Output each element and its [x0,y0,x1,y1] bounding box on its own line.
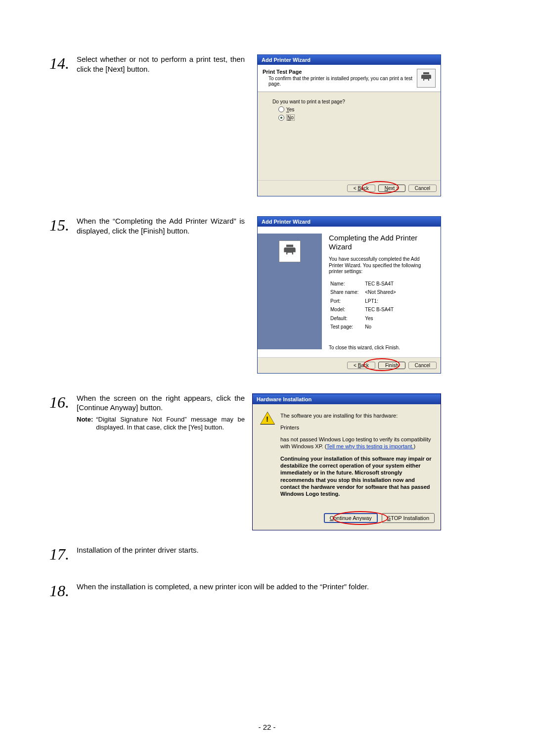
step-text-col: When the “Completing the Add Printer Wiz… [77,216,252,238]
step-16-image: Hardware Installation ! The software you… [252,393,441,531]
hw-footer: Continue Anyway STOP Installation [253,510,441,530]
logo-testing-link[interactable]: Tell me why this testing is important. [326,443,413,449]
step-number: 14. [49,54,77,71]
wizard-title: Add Printer Wizard [258,217,441,227]
hardware-installation-dialog: Hardware Installation ! The software you… [252,393,441,531]
complete-title: Completing the Add Printer Wizard [329,234,431,251]
printer-settings-table: Name:TEC B-SA4T Share name:<Not Shared> … [329,279,398,332]
step-text-col: Select whether or not to perform a print… [77,54,252,77]
step-number: 18. [49,582,77,599]
step-14: 14. Select whether or not to perform a p… [49,54,485,196]
step-number: 17. [49,545,77,562]
radio-icon [278,115,284,121]
wizard-question: Do you want to print a test page? [272,99,426,104]
wizard-body: Completing the Add Printer Wizard You ha… [258,227,441,357]
page: 14. Select whether or not to perform a p… [0,0,534,756]
printer-icon-box [417,69,436,88]
wizard-title: Add Printer Wizard [258,55,441,65]
step-16: 16. When the screen on the right appears… [49,393,485,531]
step-15-image: Add Printer Wizard Completing the Add Pr… [252,216,441,374]
label-test: Test page: [330,323,363,331]
step-text-col: When the screen on the right appears, cl… [77,393,252,432]
step-17-text: Installation of the printer driver start… [77,545,477,555]
step-17: 17. Installation of the printer driver s… [49,545,485,562]
step-15: 15. When the “Completing the Add Printer… [49,216,485,374]
step-number: 16. [49,393,77,410]
next-button[interactable]: Next > [378,185,405,192]
step-14-text: Select whether or not to perform a print… [77,54,245,74]
value-test: No [364,323,396,331]
back-button[interactable]: < Back [347,362,375,369]
value-default: Yes [364,315,396,323]
step-18: 18. When the installation is completed, … [49,582,485,599]
printer-icon [420,71,432,86]
hw-line3: has not passed Windows Logo testing to v… [280,436,433,450]
radio-icon [278,106,284,112]
label-port: Port: [330,297,363,305]
radio-yes[interactable]: Yes [278,106,426,112]
page-number: - 22 - [0,723,534,731]
complete-sub: You have successfully completed the Add … [329,256,431,275]
step-number: 15. [49,216,77,233]
finish-button[interactable]: Finish [378,362,405,369]
step-text-col: Installation of the printer driver start… [77,545,485,558]
wizard-complete-content: Completing the Add Printer Wizard You ha… [322,234,436,350]
value-model: TEC B-SA4T [364,306,396,314]
wizard-header-title: Print Test Page [263,69,417,75]
radio-no[interactable]: No [278,114,426,121]
step-16-note: Note: “Digital Signature Not Found” mess… [77,416,245,432]
warning-icon: ! [261,412,274,424]
hw-title: Hardware Installation [253,394,441,404]
label-name: Name: [330,280,363,288]
hw-line2: Printers [280,424,433,431]
cancel-button[interactable]: Cancel [408,185,437,192]
close-text: To close this wizard, click Finish. [329,345,431,350]
step-16-text: When the screen on the right appears, cl… [77,393,245,413]
step-text-col: When the installation is completed, a ne… [77,582,485,595]
note-label: Note: [77,416,93,432]
wizard-header-sub: To confirm that the printer is installed… [268,76,417,87]
back-button[interactable]: < Back [347,185,375,192]
wizard-footer: < Back Finish Cancel [258,357,441,373]
wizard-header: Print Test Page To confirm that the prin… [258,65,441,92]
hw-body: ! The software you are installing for th… [253,404,441,511]
wizard-complete: Add Printer Wizard Completing the Add Pr… [257,216,441,374]
wizard-sidebar [258,234,322,349]
step-14-image: Add Printer Wizard Print Test Page To co… [252,54,441,196]
hw-line1: The software you are installing for this… [280,412,433,419]
wizard-footer: < Back Next > Cancel [258,180,441,196]
step-18-text: When the installation is completed, a ne… [77,582,477,592]
wizard-body: Do you want to print a test page? Yes No [258,92,441,180]
label-default: Default: [330,315,363,323]
printer-icon [283,243,297,260]
label-share: Share name: [330,288,363,296]
value-name: TEC B-SA4T [364,280,396,288]
printer-icon-box [279,240,301,262]
step-15-text: When the “Completing the Add Printer Wiz… [77,216,245,236]
wizard-print-test: Add Printer Wizard Print Test Page To co… [257,54,441,196]
stop-installation-button[interactable]: STOP Installation [382,513,435,523]
note-text: “Digital Signature Not Found” message ma… [96,416,245,432]
hw-text: The software you are installing for this… [280,412,433,503]
value-port: LPT1: [364,297,396,305]
label-model: Model: [330,306,363,314]
value-share: <Not Shared> [364,288,396,296]
continue-anyway-button[interactable]: Continue Anyway [324,513,378,523]
cancel-button[interactable]: Cancel [408,362,437,369]
hw-warning: Continuing your installation of this sof… [280,455,433,498]
